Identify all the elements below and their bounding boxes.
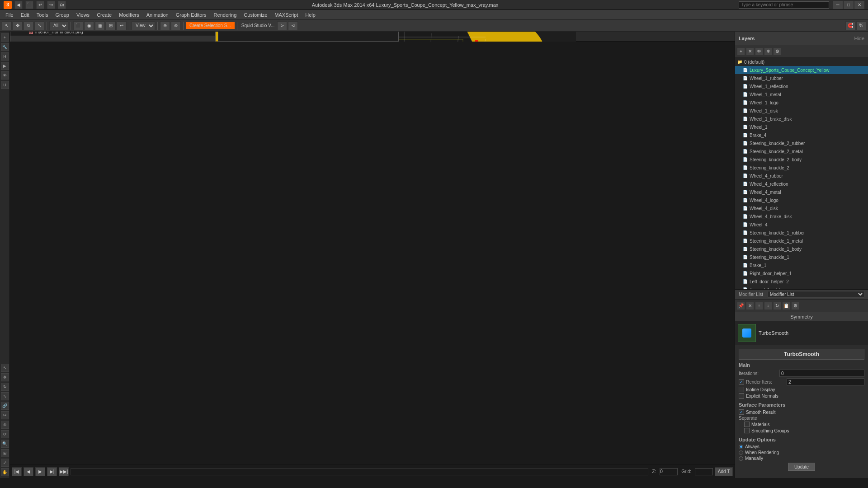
sidebar-move[interactable]: ✥ xyxy=(1,373,9,381)
timeline-next-frame[interactable]: ▶| xyxy=(47,467,57,476)
sidebar-utilities[interactable]: U xyxy=(1,81,9,89)
isoline-checkbox[interactable] xyxy=(739,387,744,392)
view-dropdown[interactable]: View xyxy=(132,21,155,30)
toolbar-btn[interactable]: ⊗ xyxy=(171,21,181,30)
smoothing-groups-checkbox[interactable] xyxy=(744,428,750,433)
materials-checkbox[interactable] xyxy=(744,422,750,427)
toolbar-btn[interactable]: ▦ xyxy=(95,21,105,30)
frame-input[interactable] xyxy=(660,468,678,475)
close-button[interactable]: ✕ xyxy=(854,1,864,9)
menu-modifiers[interactable]: Modifiers xyxy=(115,11,143,19)
layer-item[interactable]: 📄Brake_1 xyxy=(735,261,868,269)
menu-animation[interactable]: Animation xyxy=(143,11,172,19)
grid-input[interactable] xyxy=(695,468,713,475)
toolbar-magnet[interactable]: 🧲 xyxy=(845,21,855,30)
layer-item[interactable]: 📄Steering_knuckle_2_metal xyxy=(735,147,868,155)
sidebar-hierarchy[interactable]: H xyxy=(1,52,9,61)
minimize-button[interactable]: ─ xyxy=(833,1,843,9)
toolbar-rotate[interactable]: ↻ xyxy=(24,21,33,30)
viewport[interactable]: [ + ] [Perspective ] [Shaded + Edged Fac… xyxy=(10,32,735,42)
menu-file[interactable]: File xyxy=(2,11,17,19)
layer-item[interactable]: 📄Wheel_1_disk xyxy=(735,107,868,115)
iterations-input[interactable] xyxy=(779,370,864,377)
create-selection-btn[interactable]: Create Selection S... xyxy=(186,22,235,29)
layer-item[interactable]: 📄Wheel_1_logo xyxy=(735,99,868,107)
sidebar-motion[interactable]: ▶ xyxy=(1,62,9,70)
layers-settings[interactable]: ⚙ xyxy=(773,47,781,56)
toolbar-btn[interactable]: ↪ xyxy=(47,1,55,9)
layers-delete[interactable]: ✕ xyxy=(746,47,754,56)
layer-item[interactable]: 📄Wheel_4_reflection xyxy=(735,180,868,188)
layers-hide-all[interactable]: 👁 xyxy=(755,47,763,56)
asset-tracking-window[interactable]: Asset Tracking ─ □ ✕ Server File Paths B… xyxy=(10,32,216,42)
layers-add[interactable]: + xyxy=(737,47,745,56)
toolbar-btn[interactable]: ⊞ xyxy=(106,21,116,30)
sidebar-pan[interactable]: ✋ xyxy=(1,468,9,476)
toolbar-btn[interactable]: ⬛ xyxy=(73,21,83,30)
manually-radio[interactable] xyxy=(739,456,743,461)
layers-freeze[interactable]: ❄ xyxy=(764,47,772,56)
sidebar-zoom-region[interactable]: ⤢ xyxy=(1,459,9,467)
always-radio[interactable] xyxy=(739,445,743,449)
mod-tb-btn[interactable]: ↓ xyxy=(764,302,772,310)
layer-item[interactable]: 📄Wheel_4_metal xyxy=(735,188,868,196)
menu-edit[interactable]: Edit xyxy=(17,11,33,19)
menu-help[interactable]: Help xyxy=(302,11,319,19)
layer-item[interactable]: 📄Wheel_4_rubber xyxy=(735,172,868,180)
at-asset-row[interactable]: 🖼interior_illumination.png xyxy=(10,32,215,36)
menu-views[interactable]: Views xyxy=(73,11,93,19)
menu-graph-editors[interactable]: Graph Editors xyxy=(172,11,210,19)
layer-item[interactable]: 📄Wheel_1_reflection xyxy=(735,82,868,90)
toolbar-move[interactable]: ✥ xyxy=(13,21,23,30)
layer-item[interactable]: 📄Wheel_1_metal xyxy=(735,90,868,99)
toolbar-btn[interactable]: ⬛ xyxy=(25,1,33,9)
menu-rendering[interactable]: Rendering xyxy=(210,11,241,19)
when-rendering-radio[interactable] xyxy=(739,450,743,455)
toolbar-btn[interactable]: ↩ xyxy=(117,21,127,30)
at-content[interactable]: 🔒 Autodesk Vault 📄 Luxury_Sports_Coupe_C… xyxy=(10,32,215,36)
layer-item[interactable]: 📄Brake_4 xyxy=(735,131,868,139)
layer-item[interactable]: 📄Steering_knuckle_2 xyxy=(735,164,868,172)
menu-group[interactable]: Group xyxy=(52,11,73,19)
layer-item[interactable]: 📄Right_door_helper_1 xyxy=(735,269,868,277)
explicit-normals-checkbox[interactable] xyxy=(739,393,744,399)
layer-item[interactable]: 📄Wheel_1_brake_disk xyxy=(735,115,868,123)
toolbar-btn[interactable]: ⊲ xyxy=(288,21,298,30)
toolbar-btn[interactable]: ⊳ xyxy=(277,21,287,30)
layer-item[interactable]: 📄Tie_rod_1_rubber xyxy=(735,286,868,289)
sidebar-unlink[interactable]: ✂ xyxy=(1,411,9,419)
modifier-list-dropdown[interactable]: Modifier List xyxy=(768,291,864,298)
toolbar-btn[interactable]: % xyxy=(856,21,866,30)
layer-item[interactable]: 📄Wheel_4 xyxy=(735,221,868,229)
at-scrollbar-h[interactable] xyxy=(10,36,215,42)
layer-item[interactable]: 📄Left_door_helper_2 xyxy=(735,277,868,286)
layer-item[interactable]: 📄Steering_knuckle_1_metal xyxy=(735,237,868,245)
mod-tb-btn[interactable]: 📌 xyxy=(737,302,745,310)
sidebar-link[interactable]: 🔗 xyxy=(1,402,9,410)
layers-hide-btn[interactable]: Hide xyxy=(854,36,864,41)
menu-create[interactable]: Create xyxy=(93,11,115,19)
toolbar-btn[interactable]: ⊕ xyxy=(160,21,170,30)
layer-item[interactable]: 📄Steering_knuckle_2_body xyxy=(735,155,868,164)
timeline-next-key[interactable]: ▶▶| xyxy=(59,467,69,476)
toolbar-btn[interactable]: 🗂 xyxy=(58,1,66,9)
search-input[interactable] xyxy=(739,1,829,9)
menu-tools[interactable]: Tools xyxy=(33,11,52,19)
toolbar-btn[interactable]: ◉ xyxy=(84,21,94,30)
sidebar-snap[interactable]: ⊕ xyxy=(1,421,9,429)
sidebar-zoom[interactable]: 🔍 xyxy=(1,440,9,448)
timeline-play[interactable]: ▶ xyxy=(35,467,45,476)
render-iters-input[interactable] xyxy=(787,378,864,385)
sidebar-scale[interactable]: ⤡ xyxy=(1,392,9,400)
layer-item[interactable]: 📄Wheel_4_disk xyxy=(735,204,868,212)
timeline-prev-key[interactable]: |◀ xyxy=(12,467,22,476)
mod-tb-btn[interactable]: ↻ xyxy=(773,302,781,310)
sidebar-select[interactable]: ↖ xyxy=(1,364,9,372)
maximize-button[interactable]: □ xyxy=(844,1,854,9)
sidebar-arc-rotate[interactable]: ⟳ xyxy=(1,430,9,438)
layer-item[interactable]: 📄Wheel_4_logo xyxy=(735,196,868,204)
mod-tb-btn[interactable]: ↑ xyxy=(755,302,763,310)
layer-item[interactable]: 📄Steering_knuckle_2_rubber xyxy=(735,139,868,147)
layer-item[interactable]: 📄Steering_knuckle_1_rubber xyxy=(735,229,868,237)
layer-selected[interactable]: 📄 Luxury_Sports_Coupe_Concept_Yellow xyxy=(735,66,868,74)
